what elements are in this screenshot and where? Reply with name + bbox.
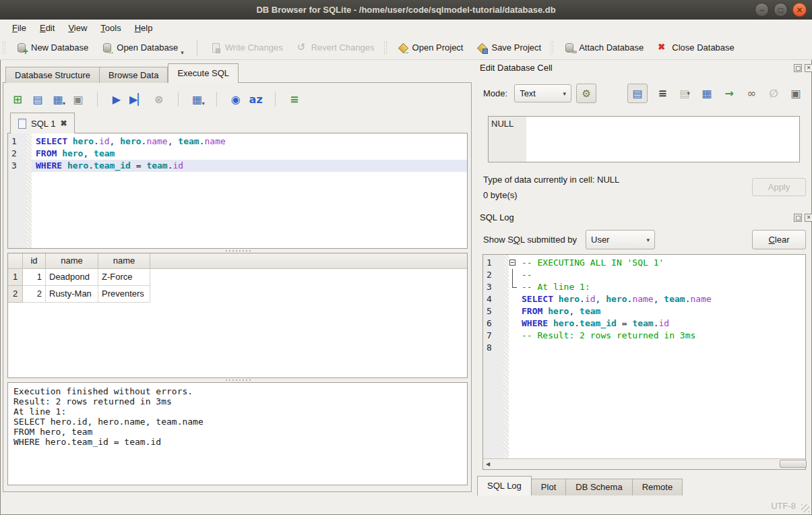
save-file-icon[interactable]: ▦ xyxy=(699,86,714,102)
submitter-select[interactable]: User ▾ xyxy=(586,230,655,249)
bottom-tab-bar: SQL LogPlotDB SchemaRemote xyxy=(477,477,683,495)
scrollbar-handle[interactable] xyxy=(780,460,807,468)
table-cell[interactable]: 1 xyxy=(23,269,46,286)
execution-log-text: Execution finished without errors. Resul… xyxy=(8,383,467,450)
toolbar-grip[interactable] xyxy=(384,41,387,55)
link-icon[interactable]: ∞ xyxy=(744,86,759,102)
titlebar: DB Browser for SQLite - /home/user/code/… xyxy=(0,0,812,20)
close-database-icon xyxy=(657,42,668,53)
open-project-button[interactable]: Open Project xyxy=(391,38,470,57)
menu-view[interactable]: View xyxy=(61,22,94,34)
find-replace-icon[interactable]: ◉ xyxy=(228,92,243,107)
resize-grip-icon[interactable] xyxy=(801,504,809,512)
sql-tab[interactable]: SQL 1 ✖ xyxy=(10,113,75,133)
fold-marker-icon[interactable] xyxy=(509,257,518,269)
maximize-button[interactable]: □ xyxy=(774,3,788,17)
cell-size-text: 0 byte(s) xyxy=(483,190,518,200)
tab-database-structure[interactable]: Database Structure xyxy=(5,67,100,83)
menu-file[interactable]: File xyxy=(5,22,33,34)
toolbar-grip[interactable] xyxy=(3,41,5,55)
code-line: 6WHERE hero.team_id = team.id xyxy=(483,317,805,330)
open-database-button[interactable]: Open Database▾ xyxy=(95,38,191,57)
table-cell[interactable]: Deadpond xyxy=(46,269,98,286)
column-header-name[interactable]: name xyxy=(98,253,150,268)
new-tab-icon[interactable]: ⊞ xyxy=(10,92,25,107)
main-toolbar: New DatabaseOpen Database▾Write ChangesR… xyxy=(0,36,812,60)
sql-log-view[interactable]: 1-- EXECUTING ALL IN 'SQL 1'2--3-- At li… xyxy=(482,254,806,470)
auto-complete-icon[interactable]: az xyxy=(249,92,263,107)
code-line: 5FROM hero, team xyxy=(483,305,805,317)
table-corner xyxy=(8,253,23,268)
scroll-left-icon[interactable]: ◀ xyxy=(483,461,493,467)
row-header[interactable]: 1 xyxy=(8,269,23,286)
execution-log[interactable]: Execution finished without errors. Resul… xyxy=(7,382,468,485)
code-line: 8 xyxy=(483,342,805,354)
table-cell[interactable]: Rusty-Man xyxy=(46,286,98,303)
format-sql-icon[interactable]: ≡ xyxy=(287,92,302,107)
stop-icon: ⊗ xyxy=(152,92,166,107)
close-database-button[interactable]: Close Database xyxy=(650,38,741,57)
open-database-icon xyxy=(102,42,113,53)
dock-controls: ✕ xyxy=(794,214,812,222)
new-database-button[interactable]: New Database xyxy=(9,38,95,57)
column-header-name[interactable]: name xyxy=(46,253,98,268)
attach-database-button[interactable]: Attach Database xyxy=(557,38,650,57)
window-title: DB Browser for SQLite - /home/user/code/… xyxy=(0,0,812,20)
cell-editor[interactable]: NULL xyxy=(488,116,800,162)
open-project-icon xyxy=(398,42,408,53)
row-header[interactable]: 2 xyxy=(8,286,23,303)
sql-editor[interactable]: 1SELECT hero.id, hero.name, team.name2FR… xyxy=(7,133,468,249)
minimize-button[interactable]: − xyxy=(755,3,769,17)
float-icon[interactable] xyxy=(794,214,802,222)
clear-button[interactable]: Clear xyxy=(752,230,806,249)
tab-plot[interactable]: Plot xyxy=(532,479,566,495)
table-cell[interactable]: 2 xyxy=(23,286,46,303)
auto-apply-icon[interactable]: ⚙ xyxy=(576,84,596,103)
text-mode-icon[interactable]: ▤ xyxy=(627,84,648,103)
close-icon[interactable]: ✕ xyxy=(805,64,812,72)
table-row: 11DeadpondZ-Force xyxy=(8,269,467,286)
close-icon[interactable]: ✕ xyxy=(805,214,812,222)
tab-db-schema[interactable]: DB Schema xyxy=(566,479,632,495)
apply-button: Apply xyxy=(752,178,806,196)
table-cell[interactable]: Z-Force xyxy=(98,269,150,286)
export-icon[interactable]: → xyxy=(722,86,737,102)
filter-label: Show SQL submitted by xyxy=(483,235,577,245)
scrollbar-track[interactable] xyxy=(493,459,796,469)
menu-tools[interactable]: Tools xyxy=(94,22,127,34)
chevron-down-icon: ▾ xyxy=(563,90,567,97)
tab-sql-log[interactable]: SQL Log xyxy=(477,476,532,495)
menu-help[interactable]: Help xyxy=(128,22,160,34)
fold-spacer xyxy=(509,293,518,305)
tab-execute-sql[interactable]: Execute SQL xyxy=(168,63,239,83)
save-project-button[interactable]: Save Project xyxy=(470,38,548,57)
column-header-id[interactable]: id xyxy=(23,253,46,268)
menu-edit[interactable]: Edit xyxy=(33,22,61,34)
fold-spacer xyxy=(509,330,518,342)
execute-current-line-icon[interactable]: ▶▏ xyxy=(129,92,146,107)
sql-editor-toolbar: ⊞▤▦▾▣▶▶▏⊗▦▾◉az≡ xyxy=(10,88,466,110)
results-header: idnamename xyxy=(8,253,467,269)
table-cell[interactable]: Preventers xyxy=(98,286,150,303)
tab-browse-data[interactable]: Browse Data xyxy=(100,67,168,83)
print-icon[interactable]: ▣ xyxy=(71,92,86,107)
mode-label: Mode: xyxy=(483,88,507,98)
cell-value: NULL xyxy=(491,119,513,129)
dropdown-arrow-icon[interactable]: ▾ xyxy=(181,49,184,56)
revert-changes-button: Revert Changes xyxy=(290,38,381,57)
print-icon[interactable]: ▣ xyxy=(788,86,803,102)
toolbar-grip[interactable] xyxy=(551,41,553,55)
mode-select[interactable]: Text ▾ xyxy=(514,84,571,102)
float-icon[interactable] xyxy=(794,64,802,72)
execute-all-icon[interactable]: ▶ xyxy=(109,92,124,107)
close-icon[interactable]: ✖ xyxy=(60,119,67,128)
horizontal-scrollbar[interactable]: ◀ ▶ xyxy=(483,458,805,469)
splitter-handle[interactable] xyxy=(226,379,253,382)
open-sql-file-icon[interactable]: ▤ xyxy=(30,92,45,107)
chevron-down-icon: ▾ xyxy=(646,237,650,243)
tab-remote[interactable]: Remote xyxy=(633,479,683,495)
close-button[interactable]: ✕ xyxy=(792,3,807,17)
word-wrap-icon[interactable]: ≡ xyxy=(655,86,670,102)
splitter-handle[interactable] xyxy=(226,249,253,252)
window-controls: −□✕ xyxy=(755,3,807,17)
